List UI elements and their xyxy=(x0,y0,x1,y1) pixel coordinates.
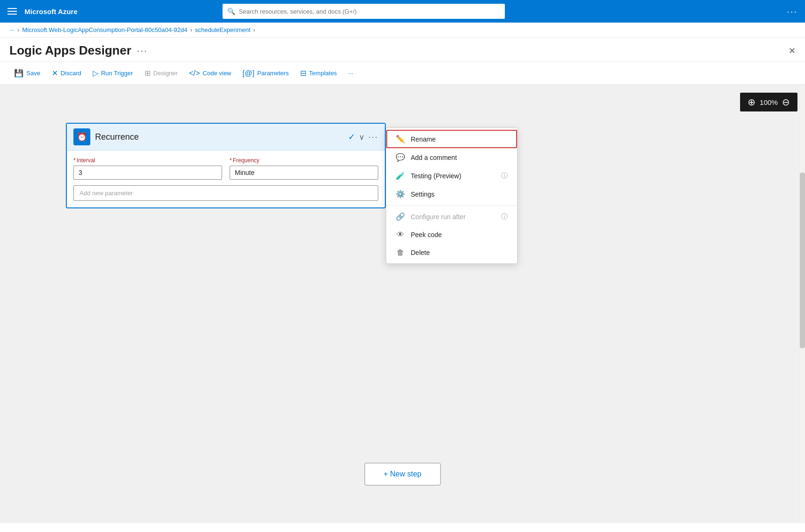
recurrence-icon: ⏰ xyxy=(73,128,90,145)
zoom-level: 100% xyxy=(759,98,778,106)
toolbar-more-button[interactable]: ··· xyxy=(343,67,358,79)
zoom-controls: ⊕ 100% ⊖ xyxy=(740,93,797,111)
breadcrumb-item1[interactable]: Microsoft.Web-LogicAppConsumption-Portal… xyxy=(22,26,187,33)
discard-icon: ✕ xyxy=(52,69,58,78)
testing-info-icon: ⓘ xyxy=(501,172,508,180)
search-icon: 🔍 xyxy=(227,8,235,15)
context-menu-add-comment[interactable]: 💬 Add a comment xyxy=(386,148,517,167)
settings-icon: ⚙️ xyxy=(396,190,405,199)
context-menu-peek-code[interactable]: 👁 Peek code xyxy=(386,226,517,244)
hamburger-menu[interactable] xyxy=(8,8,17,15)
recurrence-card: ⏰ Recurrence ✓ ∨ ··· * Interval xyxy=(66,123,386,208)
card-check-icon: ✓ xyxy=(348,132,355,142)
frequency-input[interactable] xyxy=(230,166,378,180)
card-chevron-icon[interactable]: ∨ xyxy=(359,133,365,142)
add-parameter-row[interactable]: Add new parameter xyxy=(73,185,378,201)
breadcrumb-sep1: › xyxy=(17,26,19,33)
save-button[interactable]: 💾 Save xyxy=(9,66,45,80)
peek-code-icon: 👁 xyxy=(396,230,405,239)
templates-button[interactable]: ⊟ Templates xyxy=(295,66,342,80)
search-input[interactable] xyxy=(239,8,500,15)
designer-icon: ⊞ xyxy=(144,69,151,78)
zoom-out-icon: ⊖ xyxy=(782,96,790,108)
close-button[interactable]: ✕ xyxy=(789,46,796,56)
breadcrumb-more[interactable]: ··· xyxy=(9,26,15,33)
templates-icon: ⊟ xyxy=(300,69,306,78)
toolbar: 💾 Save ✕ Discard ▷ Run Trigger ⊞ Designe… xyxy=(0,62,805,85)
card-more-button[interactable]: ··· xyxy=(368,132,378,142)
frequency-field-group: * Frequency xyxy=(230,157,378,180)
new-step-button[interactable]: + New step xyxy=(364,463,440,485)
interval-field-group: * Interval xyxy=(73,157,222,180)
page-header: Logic Apps Designer ··· ✕ xyxy=(0,38,805,62)
parameters-button[interactable]: [@] Parameters xyxy=(238,66,294,80)
context-menu: ✏️ Rename 💬 Add a comment 🧪 Testing (Pre… xyxy=(386,127,518,264)
card-header: ⏰ Recurrence ✓ ∨ ··· xyxy=(67,124,385,151)
zoom-in-icon: ⊕ xyxy=(748,96,756,108)
context-menu-configure-run-after[interactable]: 🔗 Configure run after ⓘ xyxy=(386,207,517,226)
zoom-out-button[interactable]: ⊖ xyxy=(782,96,790,108)
configure-run-after-info-icon: ⓘ xyxy=(501,213,508,221)
context-menu-testing[interactable]: 🧪 Testing (Preview) ⓘ xyxy=(386,167,517,185)
breadcrumb-item2[interactable]: scheduleExperiment xyxy=(195,26,250,33)
brand-title: Microsoft Azure xyxy=(24,8,78,16)
delete-icon: 🗑 xyxy=(396,248,405,257)
parameters-icon: [@] xyxy=(243,69,255,78)
nav-more-button[interactable]: ··· xyxy=(787,6,797,17)
vertical-scrollbar[interactable] xyxy=(799,85,805,523)
scrollbar-thumb[interactable] xyxy=(800,173,805,348)
top-nav: Microsoft Azure 🔍 ··· xyxy=(0,0,805,23)
run-trigger-button[interactable]: ▷ Run Trigger xyxy=(88,66,138,80)
context-menu-settings[interactable]: ⚙️ Settings xyxy=(386,185,517,203)
card-title: Recurrence xyxy=(95,132,343,142)
code-view-button[interactable]: </> Code view xyxy=(184,66,236,80)
search-bar[interactable]: 🔍 xyxy=(223,4,505,19)
configure-run-after-icon: 🔗 xyxy=(396,212,405,221)
context-menu-delete[interactable]: 🗑 Delete xyxy=(386,244,517,262)
save-icon: 💾 xyxy=(14,69,24,78)
testing-icon: 🧪 xyxy=(396,171,405,180)
page-title: Logic Apps Designer xyxy=(9,43,131,58)
context-menu-rename[interactable]: ✏️ Rename xyxy=(386,130,517,148)
field-row: * Interval * Frequency xyxy=(73,157,378,180)
interval-input[interactable] xyxy=(73,166,222,180)
card-body: * Interval * Frequency Add new parameter xyxy=(67,151,385,207)
run-trigger-icon: ▷ xyxy=(93,69,98,78)
breadcrumb-sep3: › xyxy=(253,26,255,33)
card-actions: ✓ ∨ ··· xyxy=(348,132,378,142)
frequency-label: * Frequency xyxy=(230,157,378,164)
add-comment-icon: 💬 xyxy=(396,153,405,162)
code-view-icon: </> xyxy=(189,69,200,78)
discard-button[interactable]: ✕ Discard xyxy=(47,66,86,80)
breadcrumb: ··· › Microsoft.Web-LogicAppConsumption-… xyxy=(0,23,805,38)
designer-canvas[interactable]: ⊕ 100% ⊖ ⏰ Recurrence ✓ ∨ ··· * Interval xyxy=(0,85,805,523)
rename-icon: ✏️ xyxy=(396,135,405,143)
designer-button[interactable]: ⊞ Designer xyxy=(140,66,183,80)
breadcrumb-sep2: › xyxy=(190,26,192,33)
page-more-button[interactable]: ··· xyxy=(137,45,148,56)
menu-divider xyxy=(386,205,517,206)
interval-label: * Interval xyxy=(73,157,222,164)
zoom-in-button[interactable]: ⊕ xyxy=(748,96,756,108)
